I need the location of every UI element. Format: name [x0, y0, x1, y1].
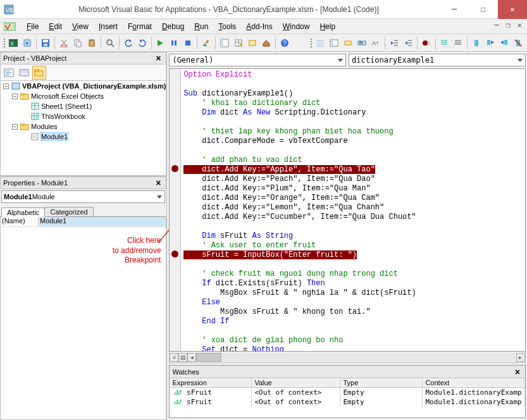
object-combo[interactable]: (General) — [169, 54, 346, 66]
view-code-button[interactable] — [2, 66, 16, 80]
folder-icon — [20, 92, 30, 101]
design-mode-button[interactable] — [200, 36, 213, 50]
breakpoint-margin[interactable] — [170, 69, 181, 351]
project-tree[interactable]: −VBAProject (VBA_DictionaryExample.xlsm)… — [0, 81, 166, 176]
cut-button[interactable] — [58, 36, 70, 50]
toolbar-grip-2[interactable] — [309, 36, 313, 50]
breakpoint-indicator[interactable] — [171, 250, 178, 257]
svg-rect-33 — [330, 40, 338, 46]
clear-bookmarks-button[interactable] — [512, 36, 524, 50]
code-hscroll[interactable]: ≡ ▤ ◂ ▸ — [169, 352, 525, 363]
view-object-button[interactable] — [17, 66, 31, 80]
break-button[interactable] — [168, 36, 180, 50]
menu-addins[interactable]: Add-Ins — [241, 21, 277, 32]
toggle-breakpoint-button[interactable] — [420, 36, 433, 50]
indent-button[interactable] — [388, 36, 400, 50]
tree-sheet1[interactable]: Sheet1 (Sheet1) — [41, 102, 92, 110]
mdi-close-button[interactable]: × — [514, 20, 524, 30]
property-value[interactable]: Module1 — [39, 217, 166, 226]
scroll-thumb[interactable] — [196, 353, 221, 362]
toggle-folders-button[interactable] — [32, 66, 46, 80]
code-text[interactable]: Option Explicit Sub dictionaryExample1()… — [181, 69, 524, 351]
project-explorer-button[interactable] — [218, 36, 231, 50]
tree-module1[interactable]: Module1 — [41, 133, 68, 140]
menu-edit[interactable]: Edit — [44, 21, 67, 32]
outdent-button[interactable] — [402, 36, 414, 50]
tree-folder-excel[interactable]: Microsoft Excel Objects — [31, 92, 104, 100]
save-button[interactable] — [39, 36, 52, 50]
properties-grid[interactable]: (Name) Module1 Click here to add/remove … — [0, 217, 166, 420]
proc-view-button[interactable]: ≡ — [170, 353, 178, 362]
menu-help[interactable]: Help — [314, 21, 340, 32]
toolbar-grip[interactable] — [3, 36, 6, 50]
menu-run[interactable]: Run — [189, 21, 213, 32]
app-icon: VB — [0, 4, 18, 15]
toggle-bookmark-button[interactable] — [470, 36, 483, 50]
next-bookmark-button[interactable] — [484, 36, 497, 50]
maximize-button[interactable]: ☐ — [469, 0, 498, 19]
properties-button[interactable] — [232, 36, 245, 50]
reset-button[interactable] — [182, 36, 194, 50]
tree-thisworkbook[interactable]: ThisWorkbook — [41, 113, 85, 120]
prev-bookmark-button[interactable] — [498, 36, 511, 50]
col-type[interactable]: Type — [340, 378, 423, 387]
menu-file[interactable]: File — [22, 21, 44, 32]
mdi-minimize-button[interactable]: ─ — [492, 20, 502, 30]
parameter-info-button[interactable]: fx — [356, 36, 368, 50]
run-button[interactable] — [154, 36, 166, 50]
watches-body[interactable]: ᵭᵭ sFruit <Out of context> Empty Module1… — [170, 388, 524, 417]
procedure-combo[interactable]: dictionaryExample1 — [349, 54, 526, 66]
mdi-restore-button[interactable]: ❐ — [503, 20, 513, 30]
copy-button[interactable] — [71, 36, 84, 50]
menu-tools[interactable]: Tools — [213, 21, 241, 32]
find-button[interactable] — [104, 36, 116, 50]
svg-text:▾: ▾ — [25, 39, 29, 47]
menu-debug[interactable]: Debug — [157, 21, 189, 32]
svg-rect-53 — [474, 40, 478, 46]
col-expression[interactable]: Expression — [170, 378, 252, 387]
list-properties-button[interactable] — [314, 36, 326, 50]
project-pane-close[interactable]: × — [153, 53, 163, 63]
watch-row[interactable]: ᵭᵭ sFruit <Out of context> Empty Module1… — [170, 397, 524, 407]
paste-button[interactable] — [85, 36, 98, 50]
undo-button[interactable] — [122, 36, 135, 50]
full-view-button[interactable]: ▤ — [178, 353, 187, 362]
menu-view[interactable]: View — [67, 21, 94, 32]
minimize-button[interactable]: ─ — [440, 0, 469, 19]
quick-info-button[interactable] — [342, 36, 354, 50]
comment-block-button[interactable] — [438, 36, 450, 50]
view-excel-button[interactable]: X — [7, 36, 20, 50]
properties-close[interactable]: × — [153, 178, 163, 188]
scroll-track[interactable] — [196, 353, 516, 362]
menu-insert[interactable]: Insert — [94, 21, 123, 32]
tab-categorized[interactable]: Categorized — [44, 207, 93, 216]
svg-text:?: ? — [283, 40, 287, 47]
menu-format[interactable]: Format — [123, 21, 157, 32]
toolbox-button[interactable] — [260, 36, 273, 50]
menu-window[interactable]: Window — [278, 21, 315, 32]
redo-button[interactable] — [136, 36, 149, 50]
complete-word-button[interactable]: A+ — [369, 36, 382, 50]
uncomment-block-button[interactable] — [452, 36, 464, 50]
col-value[interactable]: Value — [252, 378, 340, 387]
tree-root[interactable]: VBAProject (VBA_DictionaryExample.xlsm) — [22, 82, 166, 90]
col-context[interactable]: Context — [423, 378, 524, 387]
list-constants-button[interactable] — [328, 36, 340, 50]
object-browser-button[interactable] — [246, 36, 259, 50]
properties-object-combo[interactable]: Module1 Module — [1, 190, 165, 203]
tree-folder-modules[interactable]: Modules — [31, 123, 58, 130]
breakpoint-indicator[interactable] — [171, 165, 178, 172]
svg-rect-31 — [316, 42, 324, 44]
help-button[interactable]: ? — [278, 36, 291, 50]
watches-close[interactable]: × — [512, 367, 523, 377]
tab-alphabetic[interactable]: Alphabetic — [1, 207, 45, 217]
insert-dropdown[interactable]: ▾ — [21, 36, 34, 50]
svg-text:fx: fx — [359, 40, 363, 45]
code-editor[interactable]: Option Explicit Sub dictionaryExample1()… — [169, 68, 525, 352]
scroll-right-button[interactable]: ▸ — [516, 353, 525, 362]
close-button[interactable]: ✕ — [498, 0, 527, 19]
scroll-left-button[interactable]: ◂ — [187, 353, 196, 362]
watch-row[interactable]: ᵭᵭ sFruit <Out of context> Empty Module1… — [170, 388, 524, 397]
svg-text:X: X — [10, 40, 14, 47]
watch-icon: ᵭᵭ — [172, 398, 182, 406]
